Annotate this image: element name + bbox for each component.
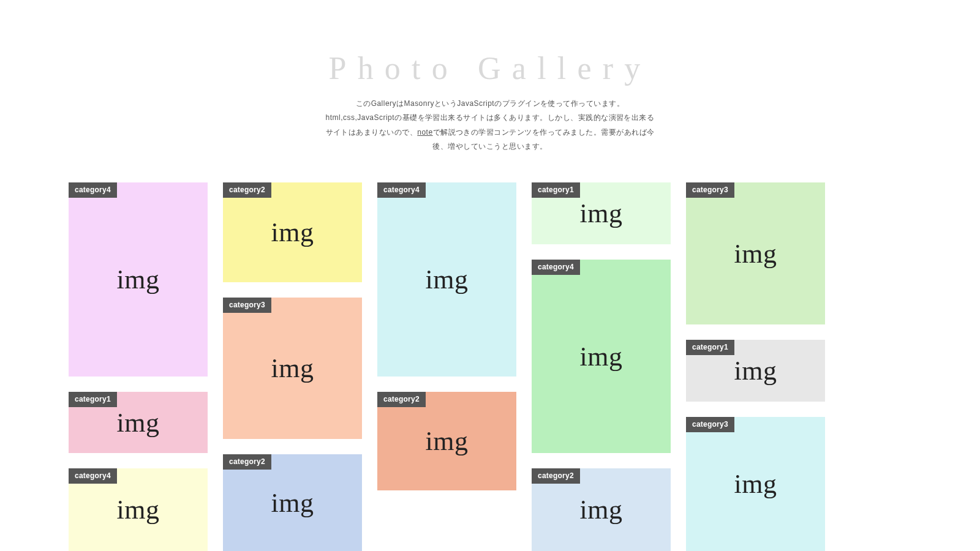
- gallery-card[interactable]: category1img: [532, 182, 671, 244]
- image-placeholder-label: img: [426, 264, 469, 295]
- gallery-grid: category4imgcategory1imgcategory4imgcate…: [69, 182, 911, 551]
- image-placeholder-label: img: [117, 264, 160, 295]
- image-placeholder-label: img: [271, 487, 314, 519]
- gallery-card[interactable]: category3img: [223, 298, 362, 439]
- category-badge: category4: [532, 260, 580, 275]
- gallery-card[interactable]: category1img: [686, 340, 825, 402]
- desc-line-1: このGalleryはMasonryというJavaScriptのプラグインを使って…: [356, 99, 625, 108]
- category-badge: category4: [69, 468, 117, 484]
- gallery-card[interactable]: category3img: [686, 417, 825, 551]
- gallery-card[interactable]: category2img: [532, 468, 671, 551]
- image-placeholder-label: img: [734, 355, 777, 386]
- image-placeholder-label: img: [117, 407, 160, 438]
- gallery-card[interactable]: category4img: [532, 260, 671, 453]
- gallery-card[interactable]: category3img: [686, 182, 825, 324]
- image-placeholder-label: img: [734, 468, 777, 500]
- gallery-card[interactable]: category2img: [223, 454, 362, 551]
- image-placeholder-label: img: [580, 341, 623, 372]
- image-placeholder-label: img: [117, 494, 160, 525]
- category-badge: category2: [223, 182, 271, 198]
- image-placeholder-label: img: [271, 217, 314, 248]
- gallery-card[interactable]: category2img: [377, 392, 516, 490]
- category-badge: category3: [223, 298, 271, 313]
- category-badge: category2: [223, 454, 271, 470]
- gallery-card[interactable]: category4img: [69, 468, 208, 551]
- gallery-card[interactable]: category4img: [377, 182, 516, 377]
- desc-line-2b: で解説つきの学習コンテンツを作ってみました。需要があれば今後、増やしていこうと思…: [432, 128, 654, 151]
- gallery-card[interactable]: category2img: [223, 182, 362, 282]
- category-badge: category1: [686, 340, 734, 355]
- image-placeholder-label: img: [271, 353, 314, 384]
- category-badge: category2: [532, 468, 580, 484]
- category-badge: category2: [377, 392, 426, 407]
- image-placeholder-label: img: [734, 238, 777, 269]
- gallery-card[interactable]: category4img: [69, 182, 208, 377]
- category-badge: category4: [377, 182, 426, 198]
- category-badge: category1: [69, 392, 117, 407]
- image-placeholder-label: img: [426, 425, 469, 457]
- category-badge: category4: [69, 182, 117, 198]
- description: このGalleryはMasonryというJavaScriptのプラグインを使って…: [325, 97, 655, 154]
- category-badge: category3: [686, 417, 734, 432]
- gallery-card[interactable]: category1img: [69, 392, 208, 453]
- image-placeholder-label: img: [580, 198, 623, 229]
- page-title: Photo Gallery: [0, 50, 980, 86]
- note-link[interactable]: note: [417, 128, 432, 137]
- image-placeholder-label: img: [580, 494, 623, 525]
- category-badge: category3: [686, 182, 734, 198]
- category-badge: category1: [532, 182, 580, 198]
